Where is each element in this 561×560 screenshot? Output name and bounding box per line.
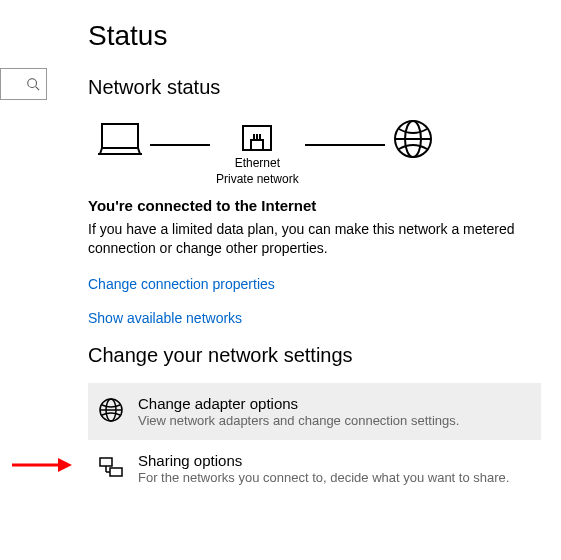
connected-description: If you have a limited data plan, you can… (88, 220, 518, 258)
adapter-globe-icon (98, 397, 124, 423)
svg-rect-19 (110, 468, 122, 476)
sharing-icon (98, 454, 124, 480)
setting-title: Sharing options (138, 452, 509, 469)
connection-type: Private network (216, 172, 299, 188)
annotation-arrow (10, 454, 72, 476)
svg-point-0 (28, 79, 37, 88)
svg-marker-3 (58, 458, 72, 472)
svg-line-1 (36, 87, 40, 91)
network-diagram: Ethernet Private network (96, 117, 541, 191)
globe-icon (391, 117, 435, 161)
svg-rect-4 (102, 124, 138, 148)
link-show-available-networks[interactable]: Show available networks (88, 310, 541, 326)
page-title: Status (88, 20, 541, 52)
computer-icon (96, 120, 144, 158)
svg-rect-18 (100, 458, 112, 466)
setting-subtitle: For the networks you connect to, decide … (138, 470, 509, 485)
link-change-connection-properties[interactable]: Change connection properties (88, 276, 541, 292)
connected-title: You're connected to the Internet (88, 197, 541, 214)
search-box[interactable] (0, 68, 47, 100)
connection-name: Ethernet (216, 156, 299, 172)
setting-sharing-options[interactable]: Sharing options For the networks you con… (88, 440, 541, 497)
setting-change-adapter-options[interactable]: Change adapter options View network adap… (88, 383, 541, 440)
setting-subtitle: View network adapters and change connect… (138, 413, 459, 428)
network-status-heading: Network status (88, 76, 541, 99)
change-network-settings-heading: Change your network settings (88, 344, 541, 367)
setting-title: Change adapter options (138, 395, 459, 412)
search-icon (26, 77, 40, 91)
ethernet-icon (239, 120, 275, 156)
